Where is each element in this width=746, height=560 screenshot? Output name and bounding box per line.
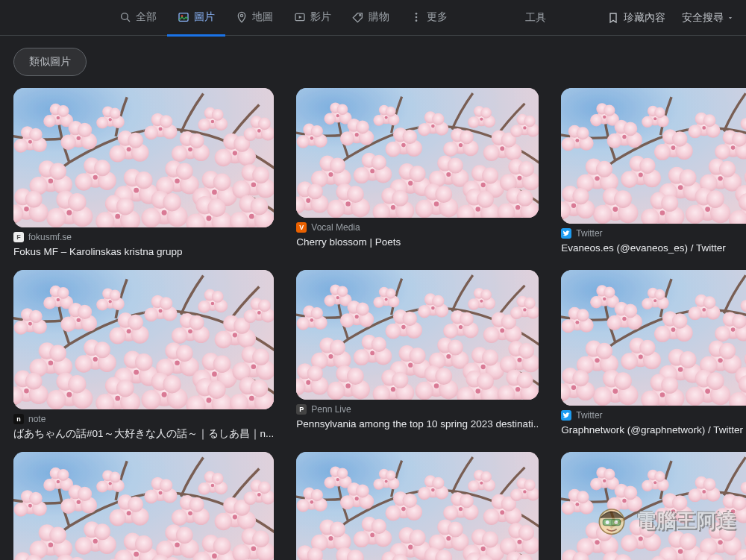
favicon [561,228,571,239]
svg-point-0 [122,13,128,20]
svg-point-7 [416,13,418,15]
result-card: TwitterGraphnetwork (@graphnetwork) / Tw… [561,270,746,441]
result-meta: TwitterEvaneos.es (@evaneos_es) / Twitte… [561,224,746,256]
tab-all-label: 全部 [136,10,157,24]
svg-point-9 [416,19,418,22]
search-tabs: 全部 圖片 地圖 影片 購物 更多 [109,0,458,36]
result-title[interactable]: Pennsylvania among the top 10 spring 202… [296,418,539,432]
result-thumbnail[interactable] [561,88,746,224]
source-label: Twitter [576,228,602,239]
nav-right: 工具 珍藏內容 安全搜尋 [525,11,734,25]
favicon: V [296,222,307,233]
result-card: nnoteばあちゃんの話#01～大好きな人の話～｜るしあ昌｜n... [13,270,274,441]
tab-shopping[interactable]: 購物 [342,0,400,37]
favicon: n [13,414,24,424]
cherry-blossom-image [561,88,746,224]
tag-icon [352,11,364,23]
tab-more-label: 更多 [427,10,448,24]
svg-line-1 [127,19,130,22]
result-card: ●cornetespoir.github.ioBuild a Tumblr th… [296,452,539,560]
cherry-blossom-image [13,270,274,409]
result-title[interactable]: Evaneos.es (@evaneos_es) / Twitter [561,242,746,256]
result-source[interactable]: Twitter [561,410,746,421]
favicon [561,410,571,421]
source-label: note [28,414,46,424]
result-source[interactable]: nnote [13,414,274,424]
svg-point-6 [360,14,361,16]
search-icon [119,11,131,23]
chevron-down-icon [727,14,734,22]
result-thumbnail[interactable] [13,88,274,227]
image-results-grid: Ffokusmf.seFokus MF – Karolinskas kristn… [0,84,746,560]
result-thumbnail[interactable] [13,452,274,560]
favicon: P [296,404,307,415]
tab-shopping-label: 購物 [369,10,389,24]
collections-link[interactable]: 珍藏內容 [607,11,665,25]
result-thumbnail[interactable] [296,88,539,218]
result-title[interactable]: Graphnetwork (@graphnetwork) / Twitter [561,424,746,438]
result-thumbnail[interactable] [296,452,539,560]
map-pin-icon [236,11,248,23]
favicon: F [13,232,24,242]
tab-videos-label: 影片 [310,10,331,24]
tab-maps[interactable]: 地圖 [225,0,283,37]
result-title[interactable]: ばあちゃんの話#01～大好きな人の話～｜るしあ昌｜n... [13,427,274,441]
tab-maps-label: 地圖 [252,10,273,24]
result-thumbnail[interactable] [13,270,274,409]
tools-button[interactable]: 工具 [525,11,546,25]
source-label: Penn Live [311,404,351,415]
result-card: Ffokusmf.seFokus MF – Karolinskas kristn… [13,88,274,259]
result-source[interactable]: VVocal Media [296,222,539,233]
cherry-blossom-image [561,270,746,406]
tab-images[interactable]: 圖片 [167,0,225,37]
result-source[interactable]: Ffokusmf.se [13,232,274,242]
cherry-blossom-image [296,452,539,560]
cherry-blossom-image [13,88,274,227]
tab-more[interactable]: 更多 [400,0,458,37]
tab-images-label: 圖片 [194,10,215,24]
result-title[interactable]: Fokus MF – Karolinskas kristna grupp [13,245,274,259]
cherry-blossom-image [13,452,274,560]
tab-videos[interactable]: 影片 [283,0,342,37]
result-card: SSuperprofUn Corso di Giapponese per Mig… [13,452,274,560]
tab-all[interactable]: 全部 [109,0,167,37]
result-meta: TwitterGraphnetwork (@graphnetwork) / Tw… [561,406,746,438]
source-label: fokusmf.se [28,232,72,242]
result-source[interactable]: PPenn Live [296,404,539,415]
video-icon [294,11,306,23]
source-label: Twitter [576,410,602,421]
result-meta: Ffokusmf.seFokus MF – Karolinskas kristn… [13,227,274,259]
svg-point-8 [416,16,418,19]
filter-chip-row: 類似圖片 [0,36,746,84]
image-icon [178,11,189,23]
bookmark-icon [607,12,619,24]
result-title[interactable]: Cherry blossom | Poets [296,236,539,250]
result-thumbnail[interactable] [561,270,746,406]
source-label: Vocal Media [311,222,360,233]
result-thumbnail[interactable] [561,452,746,560]
search-nav-bar: 全部 圖片 地圖 影片 購物 更多 工具 珍藏內容 安全搜尋 [0,0,746,36]
safesearch-label: 安全搜尋 [682,11,724,25]
cherry-blossom-image [296,88,539,218]
result-card: VVocal MediaCherry blossom | Poets [296,88,539,259]
result-source[interactable]: Twitter [561,228,746,239]
svg-point-4 [240,14,242,16]
result-thumbnail[interactable] [296,270,539,400]
safesearch-dropdown[interactable]: 安全搜尋 [682,11,734,25]
cherry-blossom-image [561,452,746,560]
result-card: AAmebaブログ予告】LINEセッション2023年度2期募集（・∀・）！... [561,452,746,560]
cherry-blossom-image [296,270,539,400]
result-card: PPenn LivePennsylvania among the top 10 … [296,270,539,441]
result-meta: PPenn LivePennsylvania among the top 10 … [296,400,539,432]
result-meta: VVocal MediaCherry blossom | Poets [296,218,539,250]
more-vertical-icon [410,11,422,23]
result-card: TwitterEvaneos.es (@evaneos_es) / Twitte… [561,88,746,259]
similar-images-chip[interactable]: 類似圖片 [13,48,87,76]
result-meta: nnoteばあちゃんの話#01～大好きな人の話～｜るしあ昌｜n... [13,409,274,441]
collections-label: 珍藏內容 [624,11,665,25]
